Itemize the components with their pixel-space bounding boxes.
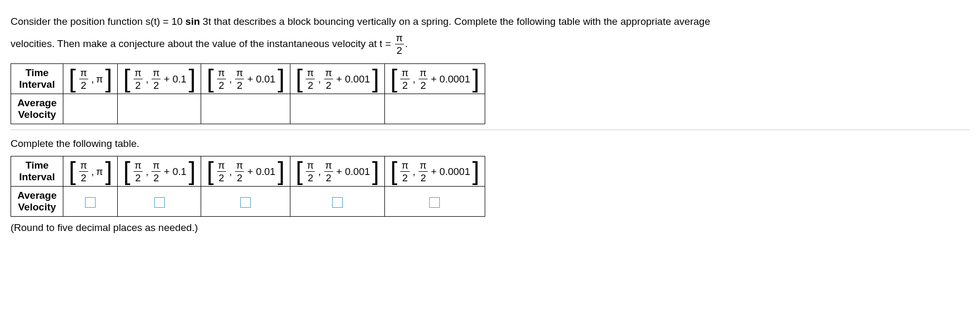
interval-cell: [ π2,π ]	[63, 64, 118, 94]
q-line1-pre: Consider the position function s(t) = 10	[11, 16, 185, 27]
row-label-avg-velocity: Average Velocity	[11, 94, 63, 124]
row-label-time-interval: Time Interval	[11, 64, 63, 94]
q-line2-end: .	[405, 38, 408, 49]
avg-vel-input-cell	[118, 187, 201, 217]
question-text: Consider the position function s(t) = 10…	[11, 11, 969, 56]
interval-cell: [ π2,π2 + 0.001 ]	[290, 156, 385, 187]
interval-cell: [ π2,π2 + 0.001 ]	[290, 64, 385, 94]
avg-vel-input-cell	[63, 187, 118, 217]
q-line1-post: 3t that describes a block bouncing verti…	[200, 16, 710, 27]
q-sin: sin	[185, 16, 200, 27]
interval-cell: [ π2,π2 + 0.01 ]	[201, 156, 290, 187]
q-line2-pre: velocities. Then make a conjecture about…	[11, 38, 394, 49]
avg-vel-input-2[interactable]	[154, 197, 165, 208]
avg-vel-input-cell	[290, 187, 385, 217]
row-label-time-interval: Time Interval	[11, 156, 63, 187]
avg-vel-cell	[201, 94, 290, 124]
avg-vel-cell	[385, 94, 485, 124]
avg-vel-input-1[interactable]	[85, 197, 96, 208]
avg-vel-input-4[interactable]	[332, 197, 343, 208]
q-frac: π2	[395, 33, 404, 56]
subhead: Complete the following table.	[11, 138, 969, 150]
table-2: Time Interval [ π2,π ] [ π2,π2 + 0.1 ]	[11, 156, 485, 217]
avg-vel-cell	[63, 94, 118, 124]
interval-cell: [ π2,π2 + 0.0001 ]	[385, 156, 485, 187]
avg-vel-input-5[interactable]	[429, 197, 440, 208]
interval-cell: [ π2,π2 + 0.01 ]	[201, 64, 290, 94]
separator	[11, 130, 969, 130]
round-note: (Round to five decimal places as needed.…	[11, 222, 969, 234]
avg-vel-input-cell	[385, 187, 485, 217]
table-1: Time Interval [ π2,π ] [ π2,π2 + 0.1 ]	[11, 63, 485, 124]
interval-cell: [ π2,π2 + 0.0001 ]	[385, 64, 485, 94]
row-label-avg-velocity: Average Velocity	[11, 187, 63, 217]
interval-cell: [ π2,π2 + 0.1 ]	[118, 156, 201, 187]
avg-vel-cell	[118, 94, 201, 124]
interval-cell: [ π2,π2 + 0.1 ]	[118, 64, 201, 94]
avg-vel-input-3[interactable]	[240, 197, 251, 208]
avg-vel-cell	[290, 94, 385, 124]
interval-cell: [ π2,π ]	[63, 156, 118, 187]
avg-vel-input-cell	[201, 187, 290, 217]
